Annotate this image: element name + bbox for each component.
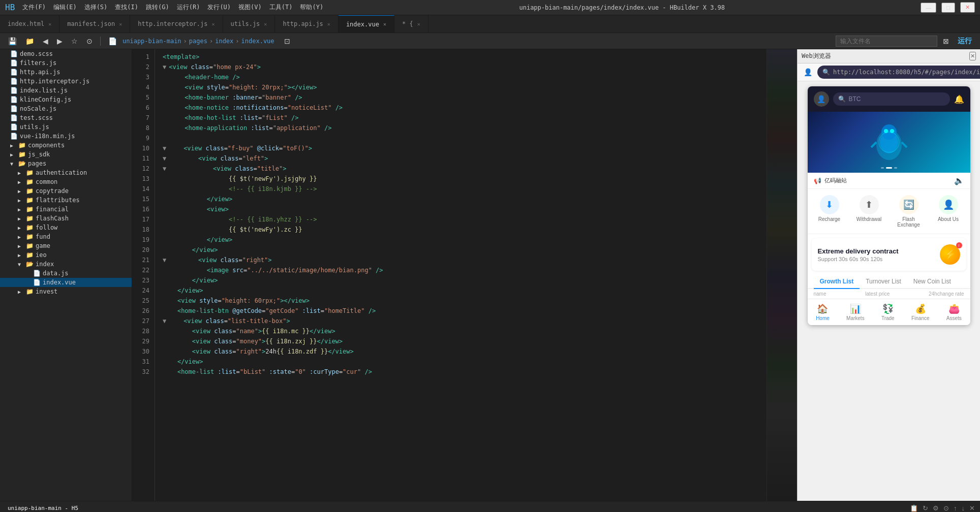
nav-assets[interactable]: 👛 Assets [946, 303, 962, 321]
menu-publish[interactable]: 发行(U) [207, 3, 231, 12]
close-icon[interactable]: ✕ [48, 21, 51, 27]
browser-close-button[interactable]: ✕ [969, 52, 976, 60]
file-utils-js[interactable]: 📄 utils.js [0, 122, 132, 132]
action-about-us[interactable]: 👤 About Us [931, 195, 966, 228]
folder-flattributes[interactable]: ▶ 📁 flattributes [0, 196, 132, 205]
action-flash-exchange[interactable]: 🔄 Flash Exchange [891, 195, 927, 228]
toolbar-forward-button[interactable]: ▶ [54, 35, 66, 47]
url-bar[interactable]: 🔍 http://localhost:8080/h5/#/pages/index… [817, 66, 980, 79]
phone-contract[interactable]: Extreme delivery contract Support 30s 60… [812, 238, 966, 271]
toolbar-save-button[interactable]: 💾 [5, 35, 20, 47]
folder-pages[interactable]: ▼ 📂 pages [0, 159, 132, 168]
file-search-input[interactable] [836, 36, 937, 47]
file-no-scale-js[interactable]: 📄 noScale.js [0, 104, 132, 113]
menu-file[interactable]: 文件(F) [22, 3, 46, 12]
menu-jump[interactable]: 跳转(G) [146, 3, 169, 12]
menu-find[interactable]: 查找(I) [115, 3, 138, 12]
close-button[interactable]: ✕ [960, 2, 975, 13]
terminal-copy-button[interactable]: 📋 [909, 503, 919, 512]
file-vue-i18n-js[interactable]: 📄 vue-i18n.min.js [0, 132, 132, 141]
toolbar-file-button[interactable]: 📄 [105, 35, 120, 47]
title-bar: HB 文件(F) 编辑(E) 选择(S) 查找(I) 跳转(G) 运行(R) 发… [0, 0, 980, 15]
file-kline-config-js[interactable]: 📄 klineConfig.js [0, 95, 132, 104]
tab-utils-js[interactable]: utils.js ✕ [223, 15, 275, 33]
folder-common[interactable]: ▶ 📁 common [0, 177, 132, 186]
action-recharge[interactable]: ⬇ Recharge [812, 195, 847, 228]
terminal-up-button[interactable]: ↑ [953, 503, 958, 512]
contract-subtitle: Support 30s 60s 90s 120s [818, 256, 899, 262]
toolbar-star-button[interactable]: ☆ [68, 35, 81, 47]
css-file-icon: 📄 [10, 114, 18, 121]
folder-js-sdk[interactable]: ▶ 📁 js_sdk [0, 150, 132, 159]
toolbar-expand-button[interactable]: ⊡ [281, 35, 293, 47]
tab-http-api[interactable]: http.api.js ✕ [275, 15, 339, 33]
tab-new-coin-list[interactable]: New Coin List [907, 275, 957, 289]
file-http-interceptor-js[interactable]: 📄 http.interceptor.js [0, 77, 132, 86]
folder-index[interactable]: ▼ 📂 index [0, 260, 132, 269]
folder-follow[interactable]: ▶ 📁 follow [0, 223, 132, 232]
close-icon[interactable]: ✕ [212, 21, 215, 27]
nav-finance[interactable]: 💰 Finance [911, 303, 930, 321]
toolbar-run-button[interactable]: 运行 [955, 35, 975, 48]
terminal-sync-button[interactable]: ⊙ [942, 503, 950, 512]
folder-copytrade[interactable]: ▶ 📁 copytrade [0, 186, 132, 196]
minimize-button[interactable]: — [921, 3, 936, 13]
toolbar-filter-button[interactable]: ⊠ [940, 35, 952, 47]
breadcrumb-root[interactable]: uniapp-bian-main [122, 38, 181, 45]
file-test-scss[interactable]: 📄 test.scss [0, 113, 132, 122]
nav-user-button[interactable]: 👤 [802, 67, 814, 77]
folder-fund[interactable]: ▶ 📁 fund [0, 232, 132, 241]
tab-misc[interactable]: * { ✕ [394, 15, 428, 33]
folder-financial[interactable]: ▶ 📁 financial [0, 205, 132, 214]
file-data-js[interactable]: 📄 data.js [0, 269, 132, 278]
terminal-settings-button[interactable]: ⚙ [932, 503, 940, 512]
maximize-button[interactable]: □ [941, 3, 955, 13]
menu-view[interactable]: 视图(V) [238, 3, 262, 12]
tab-manifest-json[interactable]: manifest.json ✕ [59, 15, 130, 33]
close-icon[interactable]: ✕ [327, 21, 330, 27]
folder-authentication[interactable]: ▶ 📁 authentication [0, 168, 132, 177]
file-filters-js[interactable]: 📄 filters.js [0, 58, 132, 68]
terminal-tab[interactable]: uniapp-bian-main - H5 [0, 501, 86, 512]
close-icon[interactable]: ✕ [119, 21, 122, 27]
folder-flashcash[interactable]: ▶ 📁 flashCash [0, 214, 132, 223]
nav-trade[interactable]: 💱 Trade [881, 303, 895, 321]
close-icon[interactable]: ✕ [417, 21, 420, 27]
toolbar-circle-button[interactable]: ⊙ [83, 35, 96, 47]
bell-icon[interactable]: 🔔 [954, 94, 964, 104]
tab-http-interceptor[interactable]: http.interceptor.js ✕ [130, 15, 223, 33]
tab-growth-list[interactable]: Growth List [814, 275, 860, 289]
folder-ieo[interactable]: ▶ 📁 ieo [0, 250, 132, 260]
menu-run[interactable]: 运行(R) [177, 3, 200, 12]
chevron-right-icon: ▶ [18, 243, 24, 249]
terminal-close-button[interactable]: ✕ [968, 503, 976, 512]
close-icon[interactable]: ✕ [383, 21, 386, 27]
folder-invest[interactable]: ▶ 📁 invest [0, 287, 132, 296]
phone-search-bar[interactable]: 🔍 BTC [833, 92, 950, 106]
menu-edit[interactable]: 编辑(E) [53, 3, 77, 12]
toolbar-save-all-button[interactable]: 📁 [22, 35, 37, 47]
menu-select[interactable]: 选择(S) [84, 3, 108, 12]
action-withdrawal[interactable]: ⬆ Withdrawal [851, 195, 887, 228]
file-index-vue[interactable]: 📄 index.vue [0, 278, 132, 287]
breadcrumb-index[interactable]: index [215, 38, 233, 45]
close-icon[interactable]: ✕ [264, 21, 267, 27]
terminal-refresh-button[interactable]: ↻ [922, 503, 929, 512]
tab-turnover-list[interactable]: Turnover List [860, 275, 907, 289]
menu-help[interactable]: 帮助(Y) [300, 3, 323, 12]
breadcrumb-pages[interactable]: pages [189, 38, 207, 45]
folder-game[interactable]: ▶ 📁 game [0, 241, 132, 250]
tab-index-html[interactable]: index.html ✕ [0, 15, 59, 33]
folder-components[interactable]: ▶ 📁 components [0, 141, 132, 150]
toolbar-back-button[interactable]: ◀ [40, 35, 51, 47]
file-demo-scss[interactable]: 📄 demo.scss [0, 49, 132, 58]
file-index-list-js[interactable]: 📄 index.list.js [0, 86, 132, 95]
terminal-down-button[interactable]: ↓ [961, 503, 966, 512]
tab-index-vue[interactable]: index.vue ✕ [339, 15, 394, 33]
code-editor[interactable]: 12345 678910 1112131415 1617181920 21222… [132, 49, 767, 501]
nav-markets[interactable]: 📊 Markets [846, 303, 865, 321]
file-http-api-js[interactable]: 📄 http.api.js [0, 68, 132, 77]
menu-tools[interactable]: 工具(T) [269, 3, 293, 12]
nav-home[interactable]: 🏠 Home [816, 303, 830, 321]
breadcrumb-file[interactable]: index.vue [241, 38, 274, 45]
